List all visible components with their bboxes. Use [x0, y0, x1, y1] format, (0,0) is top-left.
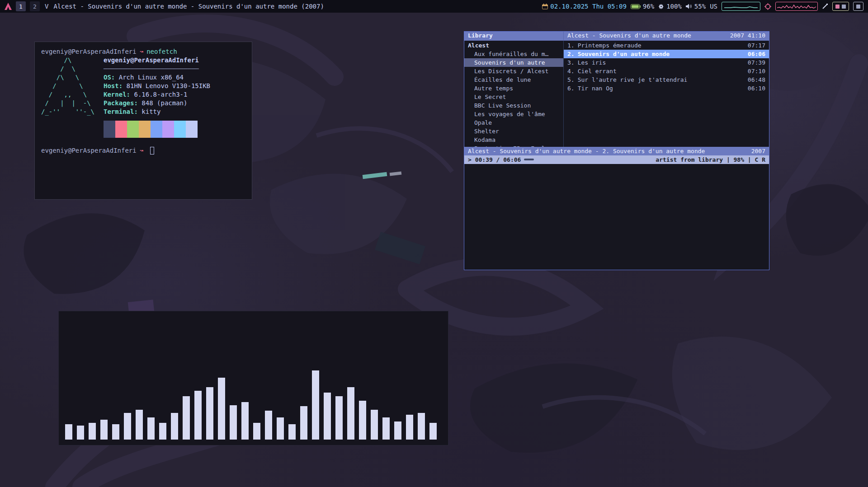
library-item[interactable]: Opale [464, 118, 563, 127]
neofetch-info-line: Kernel: 6.16.8-arch3-1 [104, 90, 210, 99]
library-item[interactable]: Le Secret [464, 93, 563, 101]
cpu-widget[interactable]: 100% [658, 3, 682, 10]
viz-bar [89, 423, 96, 440]
library-item[interactable]: Shelter [464, 127, 563, 136]
viz-bar [300, 406, 307, 440]
viz-bar [147, 417, 155, 440]
viz-bar [382, 417, 390, 440]
library-item[interactable]: Kodama [464, 136, 563, 144]
crosshair-icon[interactable] [764, 3, 771, 10]
gear-icon [658, 4, 664, 9]
audio-graph-line [777, 3, 816, 9]
palette-swatch [127, 121, 139, 129]
viz-bar [241, 402, 249, 440]
viz-bar [394, 421, 401, 440]
neofetch-ascii-logo: /\ / \ /\ \ / \ / ,, \ / | | -\ /_-'' ''… [41, 56, 94, 138]
workspace-1[interactable]: 1 [16, 1, 26, 11]
track-row[interactable]: 3.Les iris07:39 [564, 58, 769, 67]
cmus-window[interactable]: Library Alcest - Souvenirs d'un autre mo… [464, 31, 769, 270]
viz-bar [206, 387, 213, 440]
viz-bar [194, 391, 202, 440]
net-graph-widget[interactable] [722, 2, 760, 11]
workspace-2[interactable]: 2 [30, 1, 40, 11]
palette-swatch [104, 121, 115, 129]
viz-bar [112, 424, 119, 440]
library-item[interactable]: Les voyages de l'âme [464, 110, 563, 118]
viz-bar [371, 410, 378, 440]
command-text: neofetch [146, 48, 177, 55]
prompt-user: evgeniy@PerAsperaAdInferi [41, 146, 137, 155]
prompt-arrow-icon: ↝ [140, 48, 143, 55]
player-body: AlcestAux funérailles du m…Souvenirs d'u… [464, 41, 769, 147]
volume-widget[interactable]: 55% [686, 3, 706, 10]
palette-swatch [127, 129, 139, 138]
terminal-window[interactable]: evgeniy@PerAsperaAdInferi↝neofetch /\ / … [34, 42, 252, 200]
arch-logo-icon[interactable] [5, 3, 12, 10]
neofetch-title: evgeniy@PerAsperaAdInferi [104, 56, 199, 64]
layout-indicator[interactable]: V [45, 3, 48, 10]
library-item[interactable]: Souvenirs d'un autre [464, 58, 563, 67]
track-row[interactable]: 2.Souvenirs d'un autre monde06:06 [564, 50, 769, 58]
viz-bar [77, 426, 84, 440]
systray-box-2[interactable] [853, 2, 863, 11]
neofetch-palette [104, 121, 210, 138]
cpu-percent: 100% [666, 3, 682, 10]
viz-bar [335, 396, 343, 440]
neofetch-info-line: Packages: 848 (pacman) [104, 99, 210, 108]
battery-widget[interactable]: 96% [631, 3, 654, 10]
album-header-meta: 2007 41:10 [730, 32, 765, 40]
palette-swatch [139, 129, 151, 138]
track-row[interactable]: 6.Tir nan Og06:10 [564, 84, 769, 93]
volume-percent: 55% [694, 3, 706, 10]
prompt-arrow-icon: ↝ [140, 146, 143, 155]
viz-bar [277, 417, 284, 440]
viz-bar [159, 423, 166, 440]
palette-swatch [139, 121, 151, 129]
player-mode-flags: artist from library | 98% | C R [656, 156, 765, 163]
player-header: Library Alcest - Souvenirs d'un autre mo… [464, 32, 769, 41]
neofetch-info: evgeniy@PerAsperaAdInferi ──────────────… [104, 56, 210, 138]
now-playing-bar: Alcest - Souvenirs d'un autre monde - 2.… [464, 147, 769, 155]
palette-swatch [104, 129, 115, 138]
command-line[interactable] [464, 164, 769, 270]
progress-bar[interactable]: > 00:39 / 06:06 artist from library | 98… [464, 155, 769, 164]
audio-graph-widget[interactable] [775, 2, 818, 11]
tray-icon[interactable] [835, 5, 840, 9]
viz-bar [418, 413, 425, 440]
library-pane[interactable]: AlcestAux funérailles du m…Souvenirs d'u… [464, 41, 564, 147]
keyboard-layout[interactable]: US [710, 3, 717, 10]
visualizer-window[interactable] [58, 311, 448, 445]
tray-icon[interactable] [856, 5, 860, 9]
palette-swatch [186, 129, 198, 138]
status-year: 2007 [751, 147, 765, 155]
library-item[interactable]: Écailles de lune [464, 75, 563, 84]
palette-swatch [174, 121, 186, 129]
viz-bar [312, 370, 319, 440]
terminal-prompt-line[interactable]: evgeniy@PerAsperaAdInferi↝ [41, 146, 245, 155]
viz-bar [65, 424, 72, 440]
viz-bar [429, 423, 437, 440]
viz-bar [171, 413, 178, 440]
library-item[interactable]: Autre temps [464, 84, 563, 93]
neofetch-separator: ───────────────────────── [104, 65, 210, 73]
pen-icon[interactable] [822, 3, 828, 9]
track-row[interactable]: 5.Sur l'autre rive je t'attendrai06:48 [564, 75, 769, 84]
library-item[interactable]: BBC Live Session [464, 101, 563, 110]
systray-box-1[interactable] [832, 2, 849, 11]
speaker-icon [686, 4, 692, 9]
track-row[interactable]: 4.Ciel errant07:10 [564, 67, 769, 75]
palette-swatch [151, 129, 162, 138]
library-item[interactable]: Les Discrets / Alcest [464, 67, 563, 75]
tray-icon[interactable] [842, 5, 846, 9]
palette-swatch [115, 121, 127, 129]
neofetch-info-lines: OS: Arch Linux x86_64Host: 81HN Lenovo V… [104, 73, 210, 116]
clock-widget[interactable]: 02.10.2025 Thu 05:09 [542, 3, 627, 10]
track-row[interactable]: 1.Printemps émeraude07:17 [564, 41, 769, 50]
viz-bar [100, 420, 108, 440]
calendar-icon [542, 4, 548, 9]
track-pane[interactable]: 1.Printemps émeraude07:172.Souvenirs d'u… [564, 41, 769, 147]
palette-swatch [162, 129, 174, 138]
battery-percent: 96% [643, 3, 654, 10]
library-item[interactable]: Alcest [464, 41, 563, 50]
library-item[interactable]: Aux funérailles du m… [464, 50, 563, 58]
